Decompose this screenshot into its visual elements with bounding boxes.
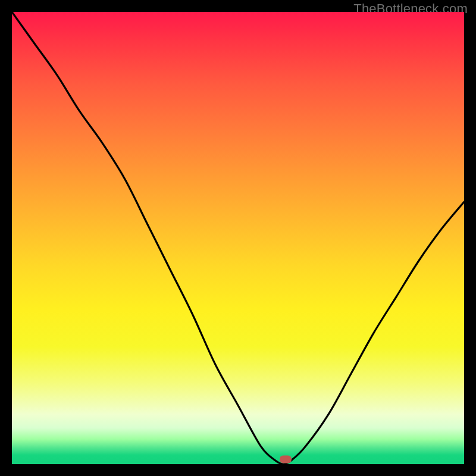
curve-path	[12, 12, 464, 464]
bottleneck-curve	[12, 12, 464, 464]
optimal-point-marker	[280, 455, 292, 463]
plot-area	[12, 12, 464, 464]
chart-frame: TheBottleneck.com	[0, 0, 476, 476]
